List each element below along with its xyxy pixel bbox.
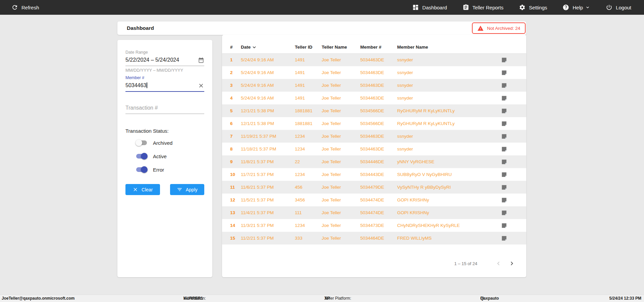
table-row[interactable]: 4 5/24/24 9:16 AM 1491 Joe Teller 503446… [222, 92, 526, 105]
note-icon[interactable] [501, 82, 507, 88]
cell-member-name: RyGHURyM R KyLyKUNTLy [397, 108, 499, 113]
cell-teller-id: 456 [295, 185, 322, 190]
table-row[interactable]: 7 11/19/21 5:37 PM 1234 Joe Teller 50344… [222, 130, 526, 143]
note-icon[interactable] [501, 210, 507, 216]
cell-date: 5/24/24 9:16 AM [241, 70, 295, 75]
dashboard-icon [412, 4, 419, 11]
table-row[interactable]: 1 5/24/24 9:16 AM 1491 Joe Teller 503446… [222, 54, 526, 66]
cell-teller-name: Joe Teller [322, 134, 360, 139]
note-icon[interactable] [501, 197, 507, 203]
cell-date: 12/1/21 5:38 PM [241, 121, 295, 126]
error-switch[interactable] [136, 166, 148, 173]
cell-member-name: ssnyder [397, 96, 499, 101]
cell-teller-name: Joe Teller [322, 146, 360, 152]
not-archived-badge[interactable]: Not Archived: 24 [472, 22, 526, 34]
column-header-date[interactable]: Date [241, 44, 295, 50]
date-range-underline [125, 66, 204, 66]
note-icon[interactable] [501, 133, 507, 139]
settings-icon [519, 4, 526, 11]
nav-dashboard[interactable]: Dashboard [412, 4, 447, 11]
note-icon[interactable] [501, 57, 507, 63]
logged-in-user: JoeTeller@qaxpauto.onmicrosoft.com [2, 295, 75, 302]
row-number: 4 [230, 96, 241, 101]
note-icon[interactable] [501, 146, 507, 152]
table-row[interactable]: 9 11/8/21 5:37 PM 22 Joe Teller 5034446D… [222, 156, 526, 168]
cell-date: 11/7/21 5:37 PM [241, 172, 295, 177]
cell-date: 11/6/21 5:37 PM [241, 185, 295, 190]
refresh-button[interactable]: Refresh [0, 4, 39, 11]
clear-button[interactable]: Clear [125, 184, 160, 195]
column-header-num: # [230, 45, 241, 50]
apply-button[interactable]: Apply [170, 184, 205, 195]
cell-teller-name: Joe Teller [322, 121, 360, 126]
nav-help[interactable]: Help [562, 4, 590, 11]
cell-member-num: 5034463DE [360, 57, 397, 62]
table-row[interactable]: 6 12/1/21 5:38 PM 1881881 Joe Teller 503… [222, 117, 526, 130]
note-icon[interactable] [501, 70, 507, 76]
note-icon[interactable] [501, 108, 507, 114]
table-row[interactable]: 12 11/5/21 5:37 PM 3456 Joe Teller 50344… [222, 194, 526, 206]
date-range-input[interactable]: 5/22/2024 – 5/24/2024 [125, 56, 204, 64]
active-switch[interactable] [136, 153, 148, 160]
archived-switch[interactable] [136, 139, 148, 146]
note-icon[interactable] [501, 121, 507, 127]
row-number: 3 [230, 83, 241, 88]
note-icon[interactable] [501, 235, 507, 241]
cell-member-name: CHyNDRySHEKHyR KySyRLE [397, 223, 499, 228]
note-icon[interactable] [501, 159, 507, 165]
cell-teller-name: Joe Teller [322, 159, 360, 164]
row-number: 2 [230, 70, 241, 75]
cell-member-num: 5034566DE [360, 121, 397, 126]
date-range-label: Date Range [125, 50, 204, 55]
cell-member-num: 5034463DE [360, 70, 397, 75]
table-row[interactable]: 14 11/3/21 5:37 PM 1234 Joe Teller 50344… [222, 219, 526, 232]
cell-teller-id: 1234 [295, 146, 322, 152]
cell-teller-name: Joe Teller [322, 197, 360, 202]
toggle-archived[interactable]: Archived [136, 138, 204, 147]
table-row[interactable]: 2 5/24/24 9:16 AM 1491 Joe Teller 503446… [222, 66, 526, 79]
toggle-active[interactable]: Active [136, 152, 204, 161]
nav-teller-reports[interactable]: Teller Reports [463, 4, 504, 11]
note-icon[interactable] [501, 172, 507, 178]
teller-platform-info: Teller Platform: XP [324, 295, 330, 302]
column-header-teller-name: Teller Name [322, 45, 360, 50]
toggle-error[interactable]: Error [136, 165, 204, 174]
close-icon [132, 187, 138, 192]
cell-member-name: RyGHURyM R KyLyKUNTLy [397, 121, 499, 126]
nav-logout[interactable]: Logout [606, 4, 631, 11]
member-number-underline [125, 91, 204, 92]
table-row[interactable]: 5 12/1/21 5:38 PM 1881881 Joe Teller 503… [222, 105, 526, 117]
member-number-value: 5034463 [125, 82, 146, 88]
cell-teller-name: Joe Teller [322, 57, 360, 62]
calendar-icon[interactable] [198, 57, 204, 63]
nav-dashboard-label: Dashboard [422, 5, 447, 10]
row-number: 5 [230, 108, 241, 113]
note-icon[interactable] [501, 95, 507, 101]
previous-page-button[interactable] [494, 259, 503, 268]
status-bar: JoeTeller@qaxpauto.onmicrosoft.com Works… [0, 295, 644, 302]
table-row[interactable]: 11 11/6/21 5:37 PM 456 Joe Teller 503447… [222, 181, 526, 194]
clear-field-icon[interactable] [198, 82, 204, 89]
transaction-number-input[interactable]: Transaction # [125, 104, 204, 112]
cell-member-name: FRED WILLIyMS [397, 236, 499, 241]
cell-teller-name: Joe Teller [322, 172, 360, 177]
note-icon[interactable] [501, 223, 507, 229]
cell-teller-id: 1234 [295, 172, 322, 177]
filter-panel: Date Range 5/22/2024 – 5/24/2024 MM/DD/Y… [117, 40, 212, 277]
date-range-value: 5/22/2024 – 5/24/2024 [125, 57, 179, 63]
table-body: 1 5/24/24 9:16 AM 1491 Joe Teller 503446… [222, 54, 526, 245]
nav-settings-label: Settings [529, 5, 547, 10]
cell-member-name: yNNY VyRGHESE [397, 159, 499, 164]
table-row[interactable]: 8 11/18/21 5:37 PM 1234 Joe Teller 50344… [222, 143, 526, 156]
member-number-input[interactable]: 5034463 [125, 81, 204, 89]
table-row[interactable]: 10 11/7/21 5:37 PM 1234 Joe Teller 50344… [222, 168, 526, 181]
error-label: Error [153, 167, 164, 173]
table-row[interactable]: 15 11/2/21 5:37 PM 333 Joe Teller 503446… [222, 232, 526, 245]
table-row[interactable]: 13 11/4/21 5:37 PM 111 Joe Teller 503447… [222, 206, 526, 219]
cell-teller-id: 333 [295, 236, 322, 241]
next-page-button[interactable] [507, 259, 516, 268]
note-icon[interactable] [501, 184, 507, 190]
table-row[interactable]: 3 5/24/24 9:16 AM 1491 Joe Teller 503446… [222, 79, 526, 92]
column-header-teller-id: Teller ID [295, 45, 322, 50]
nav-settings[interactable]: Settings [519, 4, 547, 11]
